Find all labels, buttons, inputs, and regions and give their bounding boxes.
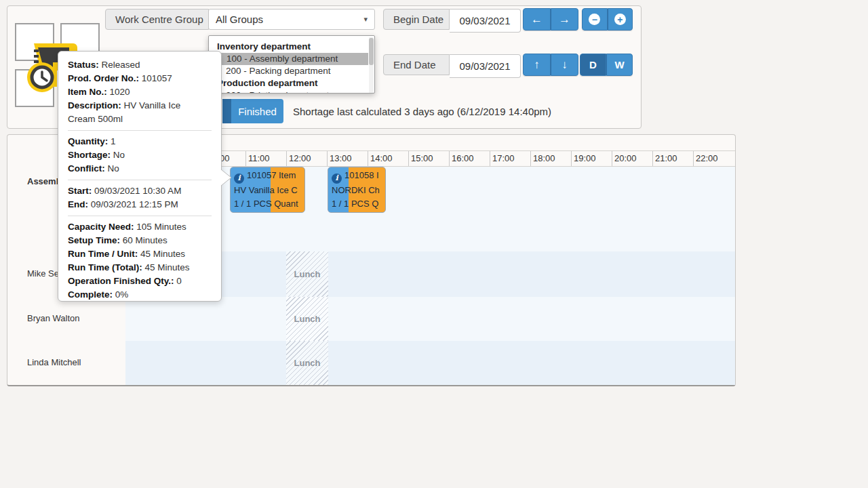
tooltip-field: Run Time (Total): 45 Minutes: [68, 261, 212, 274]
nav-back-button[interactable]: ←: [523, 8, 551, 30]
row-down-button[interactable]: ↓: [551, 54, 578, 76]
work-centre-group-value: All Groups: [216, 14, 263, 25]
tooltip-field: Quantity: 1: [68, 135, 212, 148]
hour-tick: [368, 151, 368, 167]
hour-tick: [571, 151, 572, 167]
tooltip-divider: [68, 180, 212, 180]
chevron-down-icon: ▾: [363, 15, 368, 24]
hour-label: 22:00: [696, 151, 718, 166]
tooltip-divider: [68, 216, 212, 216]
listbox-scrollbar-thumb[interactable]: [369, 38, 374, 65]
bar-line-2: NORDKI Ch: [332, 184, 385, 197]
bar-line-3: 1 / 1 PCS Q: [332, 197, 385, 211]
end-date-input[interactable]: [450, 54, 521, 78]
nav-forward-button[interactable]: →: [551, 8, 578, 30]
dropdown-item[interactable]: 200 - Packing department: [209, 65, 374, 77]
gantt-row: [125, 341, 735, 385]
arrow-right-icon: →: [559, 14, 570, 25]
info-icon[interactable]: i: [234, 174, 244, 184]
app-root: Work Centre Group All Groups ▾ Inventory…: [0, 0, 868, 488]
tooltip-field: Status: Released: [68, 58, 212, 72]
hour-tick: [327, 151, 328, 167]
tooltip-field: Prod. Order No.: 101057: [68, 72, 212, 85]
tooltip-field: Shortage: No: [68, 148, 212, 162]
hour-tick: [652, 151, 653, 167]
hour-tick: [490, 151, 490, 167]
week-view-button[interactable]: W: [606, 54, 633, 76]
bar-line-1: i101057 Item: [234, 169, 304, 184]
hour-label: 12:00: [289, 151, 311, 166]
info-icon[interactable]: i: [332, 174, 342, 184]
row-up-button[interactable]: ↑: [523, 54, 551, 76]
row-label: Bryan Walton: [27, 313, 80, 323]
lunch-break-block: Lunch: [286, 341, 328, 385]
row-label: Mike Se: [27, 268, 59, 279]
hour-label: 15:00: [411, 151, 433, 166]
task-bar-101058[interactable]: i101058 INORDKI Ch1 / 1 PCS Q: [328, 167, 386, 213]
row-label: Linda Mitchell: [27, 357, 81, 367]
shortage-status-text: Shortage last calculated 3 days ago (6/1…: [293, 99, 551, 123]
work-centre-group-label: Work Centre Group: [105, 9, 209, 30]
arrow-left-icon: ←: [531, 14, 542, 25]
bar-line-1: i101058 I: [332, 169, 385, 184]
hour-label: 16:00: [452, 151, 474, 166]
bar-line-3: 1 / 1 PCS Quant: [234, 197, 304, 211]
work-centre-group-listbox: Inventory department100 - Assembly depar…: [208, 35, 375, 94]
finished-button[interactable]: Finished: [231, 99, 283, 123]
tooltip-field: End: 09/03/2021 12:15 PM: [68, 198, 212, 211]
lunch-break-block: Lunch: [286, 297, 328, 341]
zoom-out-button[interactable]: −: [582, 8, 608, 30]
lunch-break-block: Lunch: [286, 251, 328, 297]
dropdown-group-header: Production department: [209, 77, 374, 89]
tooltip-field: Start: 09/03/2021 10:30 AM: [68, 184, 212, 198]
operation-tooltip: Status: ReleasedProd. Order No.: 101057I…: [58, 51, 222, 302]
dropdown-item[interactable]: 100 - Assembly department: [210, 53, 368, 65]
tooltip-field: Item No.: 1020: [68, 85, 212, 99]
hour-label: 18:00: [533, 151, 555, 166]
tooltip-field: Conflict: No: [68, 162, 212, 176]
hour-label: 17:00: [492, 151, 515, 166]
tooltip-field: Operation Finished Qty.: 0: [68, 274, 212, 288]
begin-date-label: Begin Date: [383, 9, 450, 30]
plus-circle-icon: +: [614, 14, 626, 25]
tooltip-field: Setup Time: 60 Minutes: [68, 234, 212, 247]
tooltip-field: Complete: 0%: [68, 288, 212, 302]
bar-line-2: HV Vanilla Ice C: [234, 184, 304, 197]
dropdown-group-header: Inventory department: [209, 41, 374, 53]
tooltip-divider: [68, 130, 212, 131]
tooltip-field-wrap: Cream 500ml: [68, 113, 212, 126]
arrow-down-icon: ↓: [561, 59, 568, 70]
end-date-label: End Date: [383, 54, 450, 75]
hour-tick: [530, 151, 531, 167]
gantt-row: [125, 297, 735, 341]
zoom-in-button[interactable]: +: [608, 8, 633, 30]
listbox-scrollbar[interactable]: [369, 37, 374, 93]
hour-label: 20:00: [614, 151, 637, 166]
day-view-button[interactable]: D: [580, 54, 606, 76]
released-button-partial[interactable]: [222, 99, 231, 123]
tooltip-field: Description: HV Vanilla Ice: [68, 99, 212, 113]
tooltip-field: Capacity Need: 105 Minutes: [68, 220, 212, 234]
minus-circle-icon: −: [589, 14, 600, 25]
hour-label: 11:00: [248, 151, 270, 166]
hour-tick: [286, 151, 287, 167]
hour-tick: [449, 151, 450, 167]
hour-label: 19:00: [574, 151, 596, 166]
begin-date-input[interactable]: [450, 9, 521, 33]
dropdown-item[interactable]: 300 - Printing department: [209, 89, 374, 94]
hour-tick: [612, 151, 612, 167]
hour-tick: [245, 151, 246, 167]
task-bar-101057[interactable]: i101057 ItemHV Vanilla Ice C1 / 1 PCS Qu…: [230, 167, 305, 213]
arrow-up-icon: ↑: [534, 59, 540, 70]
tooltip-field: Run Time / Unit: 45 Minutes: [68, 247, 212, 261]
hour-tick: [693, 151, 694, 167]
tooltip-callout-arrow: [220, 169, 232, 186]
hour-label: 21:00: [655, 151, 677, 166]
work-centre-group-select[interactable]: All Groups ▾: [208, 9, 375, 30]
hour-tick: [408, 151, 409, 167]
hour-label: 14:00: [370, 151, 393, 166]
hour-label: 13:00: [330, 151, 352, 166]
